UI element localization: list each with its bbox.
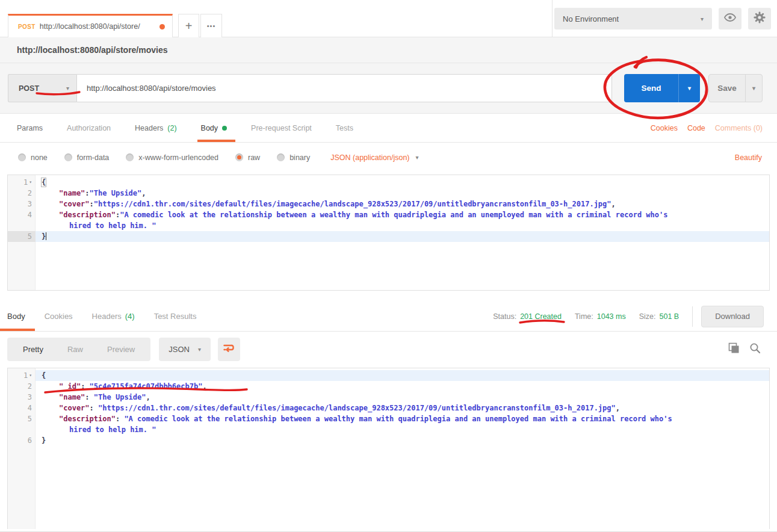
code-text: }: [36, 231, 769, 242]
code-text: "name": "The Upside",: [36, 392, 769, 403]
comments-link[interactable]: Comments (0): [715, 124, 763, 132]
divider: [692, 306, 693, 327]
response-format-select[interactable]: JSON ▾: [159, 338, 211, 361]
status-badge: Status: 201 Created: [493, 312, 562, 321]
tab-params[interactable]: Params: [17, 114, 43, 142]
tab-tests[interactable]: Tests: [336, 114, 353, 142]
new-tab-button[interactable]: +: [178, 14, 199, 37]
time-badge: Time: 1043 ms: [575, 312, 626, 321]
code-link[interactable]: Code: [687, 124, 705, 132]
save-split-button: Save ▾: [708, 74, 763, 102]
code-line: hired to help him. ": [8, 424, 769, 435]
radio-binary[interactable]: binary: [277, 153, 310, 162]
environment-label: No Environment: [563, 14, 619, 23]
top-bar: POST http://localhost:8080/api/store/ + …: [0, 0, 777, 37]
code-line: 5"description": "A comedic look at the r…: [8, 413, 769, 424]
code-line: 2"_id": "5c4e715fa74c07dbbb6ecb7b",: [8, 381, 769, 392]
request-tab[interactable]: POST http://localhost:8080/api/store/: [8, 14, 173, 37]
content-type-select[interactable]: JSON (application/json) ▾: [330, 153, 418, 162]
radio-icon: [18, 153, 26, 161]
search-response-button[interactable]: [749, 342, 761, 356]
eye-icon: [724, 13, 736, 24]
wrap-lines-icon: [223, 344, 235, 355]
line-number: [8, 220, 36, 231]
headers-count: (2): [167, 124, 176, 132]
method-select[interactable]: POST ▾: [8, 74, 76, 102]
environment-select[interactable]: No Environment ▾: [554, 8, 712, 29]
gear-icon: [754, 11, 766, 26]
settings-button[interactable]: [748, 8, 771, 29]
radio-none[interactable]: none: [18, 153, 48, 162]
line-number: 4: [8, 403, 36, 413]
code-line: 5}: [8, 231, 769, 242]
tab-headers[interactable]: Headers(2): [135, 114, 177, 142]
cookies-link[interactable]: Cookies: [651, 124, 678, 132]
chevron-down-icon: ▾: [752, 85, 755, 91]
response-body-panel: 1▾{2"_id": "5c4e715fa74c07dbbb6ecb7b",3"…: [0, 368, 777, 531]
beautify-link[interactable]: Beautify: [735, 153, 762, 162]
line-number: 3: [8, 199, 36, 209]
fold-caret-icon[interactable]: ▾: [29, 177, 32, 188]
save-button[interactable]: Save: [709, 75, 745, 102]
view-tab-raw[interactable]: Raw: [55, 345, 95, 354]
tab-body[interactable]: Body: [201, 114, 228, 142]
tab-pre-request-script[interactable]: Pre-request Script: [251, 114, 312, 142]
request-builder-row: POST ▾ Send ▾ Save ▾: [0, 63, 777, 114]
code-line: 4"cover": "https://cdn1.thr.com/sites/de…: [8, 403, 769, 413]
code-text: "description":"A comedic look at the rel…: [36, 209, 769, 220]
text-cursor: [46, 232, 46, 240]
response-view-switcher: Pretty Raw Preview: [7, 338, 150, 361]
view-tab-pretty[interactable]: Pretty: [11, 345, 55, 354]
save-options-button[interactable]: ▾: [745, 75, 762, 102]
line-number: [8, 424, 36, 435]
wrap-lines-button[interactable]: [218, 338, 240, 361]
code-text: "description": "A comedic look at the re…: [36, 413, 769, 424]
code-text: hired to help him. ": [36, 220, 769, 231]
chevron-down-icon: ▾: [688, 85, 691, 91]
radio-raw[interactable]: raw: [235, 153, 260, 162]
size-value: 501 B: [660, 312, 679, 321]
send-options-button[interactable]: ▾: [678, 74, 700, 102]
code-line: hired to help him. ": [8, 220, 769, 231]
request-body-editor[interactable]: 1▾{2"name":"The Upside",3"cover":"https:…: [7, 175, 770, 291]
chevron-down-icon: ▾: [66, 85, 69, 91]
response-headers-count: (4): [125, 312, 135, 321]
code-line: 6}: [8, 435, 769, 446]
line-number: 1▾: [8, 370, 36, 381]
request-title-bar: http://localhost:8080/api/store/movies: [0, 37, 777, 63]
response-tab-body[interactable]: Body: [7, 302, 25, 331]
line-number: 3: [8, 392, 36, 403]
response-tab-headers[interactable]: Headers(4): [92, 302, 135, 331]
response-tab-cookies[interactable]: Cookies: [45, 302, 73, 331]
code-text: "cover":"https://cdn1.thr.com/sites/defa…: [36, 199, 769, 209]
radio-x-www-form-urlencoded[interactable]: x-www-form-urlencoded: [126, 153, 218, 162]
code-line: 4"description":"A comedic look at the re…: [8, 209, 769, 220]
request-title: http://localhost:8080/api/store/movies: [17, 45, 168, 55]
code-text: {: [36, 370, 769, 381]
radio-selected-icon: [235, 153, 243, 161]
radio-form-data[interactable]: form-data: [64, 153, 110, 162]
download-button[interactable]: Download: [701, 306, 764, 327]
more-tabs-button[interactable]: •••: [200, 14, 222, 37]
chevron-down-icon: ▾: [416, 154, 419, 161]
radio-icon: [64, 153, 72, 161]
response-tab-test-results[interactable]: Test Results: [154, 302, 197, 331]
radio-icon: [126, 153, 134, 161]
fold-caret-icon[interactable]: ▾: [29, 370, 32, 381]
line-number: 5: [8, 231, 36, 242]
response-header: Body Cookies Headers(4) Test Results Sta…: [0, 302, 777, 332]
tab-authorization[interactable]: Authorization: [67, 114, 111, 142]
url-input[interactable]: [76, 74, 612, 102]
code-text: "cover": "https://cdn1.thr.com/sites/def…: [36, 403, 769, 413]
copy-response-button[interactable]: [728, 342, 740, 356]
send-split-button: Send ▾: [624, 74, 700, 102]
response-toolbar: Pretty Raw Preview JSON ▾: [0, 332, 777, 367]
view-tab-preview[interactable]: Preview: [95, 345, 147, 354]
response-body-editor[interactable]: 1▾{2"_id": "5c4e715fa74c07dbbb6ecb7b",3"…: [7, 368, 770, 529]
send-button[interactable]: Send: [624, 74, 678, 102]
code-text: {: [36, 177, 769, 188]
environment-quick-look-button[interactable]: [719, 8, 741, 29]
search-icon: [749, 342, 761, 356]
request-body-panel: 1▾{2"name":"The Upside",3"cover":"https:…: [0, 175, 777, 302]
code-text: "name":"The Upside",: [36, 188, 769, 199]
